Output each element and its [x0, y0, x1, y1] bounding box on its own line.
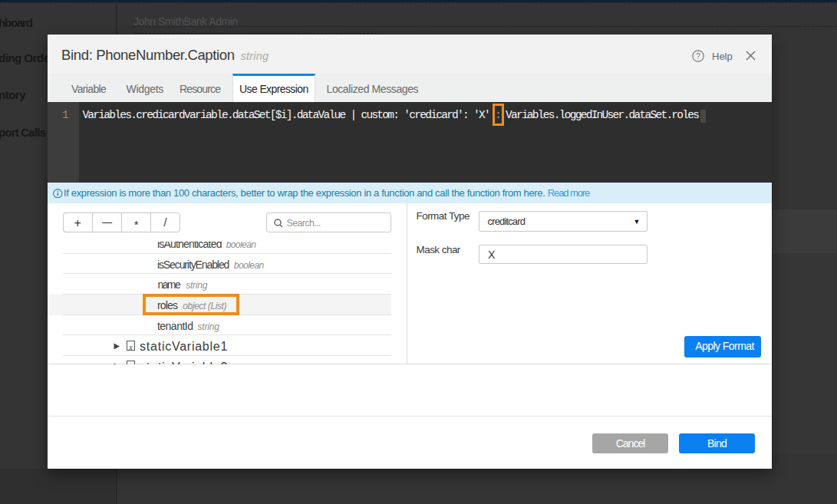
svg-text:?: ?	[696, 52, 700, 61]
